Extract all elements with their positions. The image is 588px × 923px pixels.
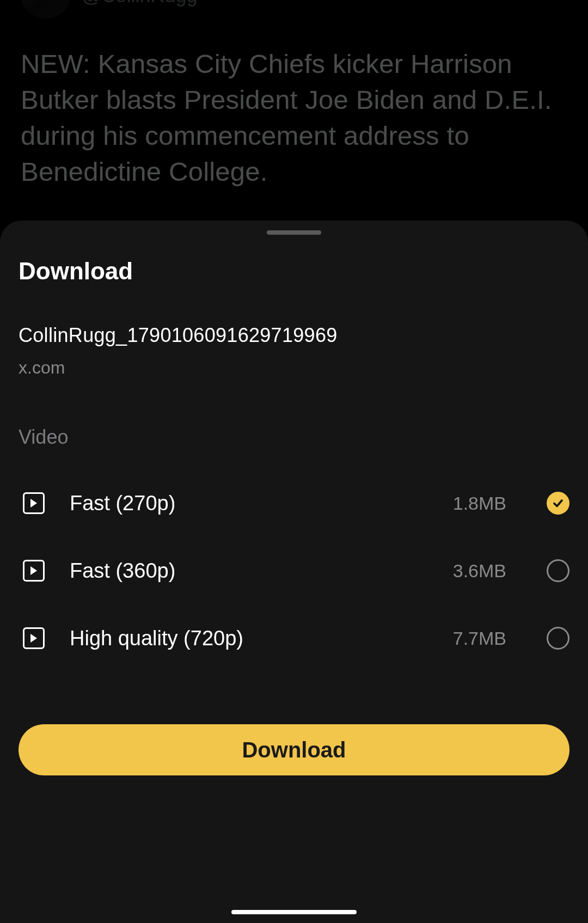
svg-marker-0 — [30, 499, 37, 508]
quality-option-360p[interactable]: Fast (360p) 3.6MB — [19, 537, 569, 604]
quality-option-270p[interactable]: Fast (270p) 1.8MB — [19, 469, 569, 537]
video-icon — [23, 492, 45, 514]
quality-option-size: 1.8MB — [453, 493, 506, 514]
download-file-name: CollinRugg_1790106091629719969 — [19, 324, 569, 347]
radio-unselected-icon[interactable] — [547, 559, 569, 582]
quality-option-size: 3.6MB — [453, 560, 506, 582]
quality-options-list: Fast (270p) 1.8MB Fast (360p) 3.6MB High… — [19, 469, 569, 672]
tweet-text: NEW: Kansas City Chiefs kicker Harrison … — [21, 46, 567, 190]
video-section-label: Video — [19, 426, 569, 449]
tweet-handle: @CollinRugg — [82, 0, 198, 7]
home-indicator[interactable] — [231, 910, 357, 914]
video-icon — [23, 560, 45, 582]
radio-selected-icon[interactable] — [547, 492, 569, 515]
quality-option-label: Fast (360p) — [70, 559, 428, 583]
tweet-header: @CollinRugg — [21, 0, 567, 19]
quality-option-size: 7.7MB — [453, 628, 506, 649]
download-sheet: Download CollinRugg_1790106091629719969 … — [0, 221, 588, 923]
avatar — [21, 0, 71, 19]
svg-marker-1 — [30, 566, 37, 575]
video-icon — [23, 627, 45, 649]
download-file-domain: x.com — [19, 358, 569, 378]
sheet-title: Download — [19, 258, 569, 285]
radio-unselected-icon[interactable] — [547, 627, 569, 650]
quality-option-720p[interactable]: High quality (720p) 7.7MB — [19, 604, 569, 672]
svg-marker-2 — [30, 634, 37, 643]
quality-option-label: Fast (270p) — [70, 492, 428, 515]
sheet-grab-handle[interactable] — [267, 230, 321, 235]
download-button[interactable]: Download — [19, 724, 569, 775]
quality-option-label: High quality (720p) — [70, 627, 428, 650]
